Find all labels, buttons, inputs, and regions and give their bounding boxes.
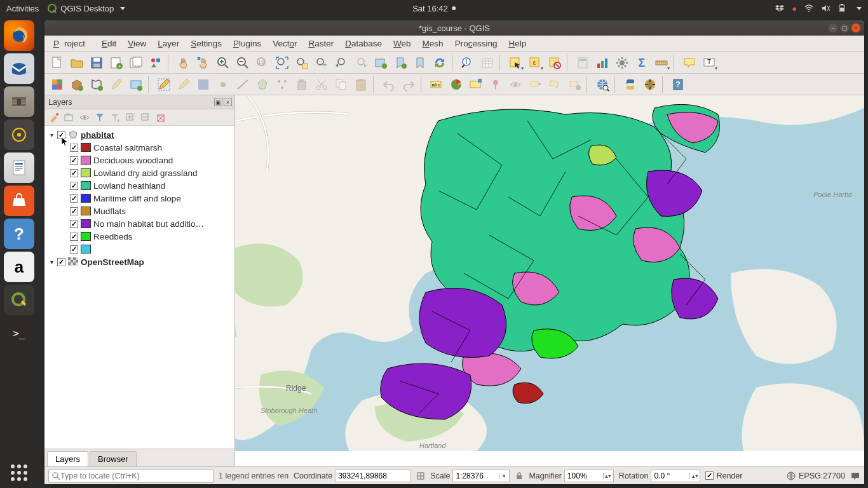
legend-item[interactable]: Deciduous woodland	[46, 154, 233, 166]
zoom-out-button[interactable]	[234, 54, 252, 72]
class-checkbox[interactable]	[70, 169, 78, 177]
manage-visibility-icon[interactable]	[79, 112, 90, 123]
legend-item[interactable]	[46, 243, 233, 255]
toolbox-button[interactable]	[613, 54, 631, 72]
select-features-button[interactable]: ▾	[506, 54, 524, 72]
menu-layer[interactable]: Layer	[153, 37, 184, 50]
expand-all-icon[interactable]	[125, 112, 136, 123]
toggle-extent-icon[interactable]	[416, 471, 425, 480]
minimize-button[interactable]: –	[829, 24, 837, 32]
crs-icon[interactable]	[786, 471, 796, 481]
delete-selected-button[interactable]	[293, 76, 311, 93]
crs-label[interactable]: EPSG:27700	[799, 471, 845, 480]
legend-item[interactable]: Lowland heathland	[46, 179, 233, 192]
magnifier-spinbox[interactable]: ▴▾	[564, 470, 614, 482]
menu-vector[interactable]: Vector	[268, 37, 302, 50]
launcher-show-apps[interactable]	[4, 458, 34, 488]
tab-browser[interactable]: Browser	[90, 451, 137, 466]
class-checkbox[interactable]	[70, 182, 78, 190]
move-label-button[interactable]	[526, 76, 544, 93]
highlight-label-button[interactable]	[467, 76, 485, 93]
menu-settings[interactable]: Settings	[186, 37, 227, 50]
maximize-button[interactable]: ▢	[840, 24, 849, 32]
launcher-files[interactable]	[4, 86, 34, 117]
redo-button[interactable]	[400, 76, 417, 93]
menu-raster[interactable]: Raster	[304, 37, 339, 50]
data-source-manager-button[interactable]	[48, 76, 66, 93]
launcher-software[interactable]	[4, 186, 34, 216]
legend-item[interactable]: Maritime cliff and slope	[46, 192, 233, 205]
launcher-rhythmbox[interactable]	[4, 119, 34, 150]
diagram-button[interactable]	[447, 76, 465, 93]
add-line-button[interactable]	[234, 76, 252, 93]
launcher-help[interactable]: ?	[4, 219, 34, 249]
menu-processing[interactable]: Processing	[450, 37, 503, 50]
launcher-firefox[interactable]	[4, 20, 34, 51]
zoom-native-button[interactable]: 1:1	[254, 54, 271, 72]
expand-icon[interactable]: ▾	[48, 259, 55, 266]
locator-bar[interactable]	[48, 469, 214, 483]
close-panel-button[interactable]: ×	[224, 98, 232, 106]
new-bookmark-button[interactable]	[391, 54, 409, 72]
zoom-selection-button[interactable]	[293, 54, 311, 72]
rotate-label-button[interactable]	[546, 76, 564, 93]
layer-phabitat[interactable]: ▾ phabitat	[46, 128, 233, 141]
label-toolbar-button[interactable]: abc	[428, 76, 445, 93]
plugin-button[interactable]	[641, 76, 659, 93]
save-project-button[interactable]	[88, 54, 105, 72]
map-tips-button[interactable]	[681, 54, 698, 72]
menu-view[interactable]: View	[123, 37, 151, 50]
lock-scale-icon[interactable]	[515, 471, 524, 480]
filter-expression-icon[interactable]: ε	[109, 112, 121, 123]
launcher-writer[interactable]	[4, 152, 34, 183]
class-checkbox[interactable]	[70, 207, 78, 215]
show-bookmarks-button[interactable]	[411, 54, 429, 72]
class-checkbox[interactable]	[70, 194, 78, 203]
change-label-button[interactable]	[566, 76, 583, 93]
close-button[interactable]: ×	[851, 24, 860, 32]
metasearch-button[interactable]	[593, 76, 611, 93]
class-checkbox[interactable]	[70, 245, 78, 254]
open-project-button[interactable]	[68, 54, 86, 72]
help-contents-button[interactable]: ?	[669, 76, 687, 93]
new-shapefile-button[interactable]	[88, 76, 105, 93]
locator-input[interactable]	[60, 471, 210, 480]
tab-layers[interactable]: Layers	[47, 451, 88, 466]
undock-panel-button[interactable]: ▣	[214, 98, 222, 106]
measure-button[interactable]: ▾	[653, 54, 670, 72]
new-geopackage-button[interactable]	[68, 76, 86, 93]
launcher-qgis[interactable]	[4, 285, 34, 315]
app-indicator[interactable]: QGIS Desktop	[48, 4, 125, 13]
add-point-button[interactable]	[214, 76, 232, 93]
legend-item[interactable]: Mudflats	[46, 205, 233, 217]
new-map-view-button[interactable]	[372, 54, 390, 72]
vertex-tool-button[interactable]	[273, 76, 291, 93]
statistics-button[interactable]	[593, 54, 611, 72]
paste-button[interactable]	[352, 76, 370, 93]
save-edits-button[interactable]	[194, 76, 212, 93]
field-calculator-button[interactable]	[574, 54, 592, 72]
class-checkbox[interactable]	[70, 220, 78, 228]
launcher-terminal[interactable]: >_	[4, 318, 34, 348]
menu-web[interactable]: Web	[388, 37, 416, 50]
expand-icon[interactable]: ▾	[48, 132, 55, 139]
add-group-icon[interactable]	[64, 112, 75, 123]
select-by-value-button[interactable]: ε▾	[526, 54, 544, 72]
copy-button[interactable]	[332, 76, 350, 93]
zoom-full-button[interactable]	[273, 54, 291, 72]
current-edits-button[interactable]	[155, 76, 173, 93]
menu-help[interactable]: Help	[503, 37, 531, 50]
launcher-thunderbird[interactable]	[4, 53, 34, 84]
menu-mesh[interactable]: Mesh	[417, 37, 449, 50]
menu-edit[interactable]: Edit	[97, 37, 121, 50]
menu-project[interactable]: Project	[48, 37, 95, 50]
add-polygon-button[interactable]	[254, 76, 271, 93]
layout-manager-button[interactable]	[127, 54, 145, 72]
undo-button[interactable]	[380, 76, 398, 93]
legend-item[interactable]: Reedbeds	[46, 230, 233, 243]
layer-openstreetmap[interactable]: ▾ OpenStreetMap	[46, 255, 233, 268]
legend-item[interactable]: No main habitat but additio…	[46, 217, 233, 230]
messages-icon[interactable]	[850, 471, 860, 481]
system-tray[interactable]: ●	[775, 4, 862, 13]
zoom-in-button[interactable]	[214, 54, 232, 72]
